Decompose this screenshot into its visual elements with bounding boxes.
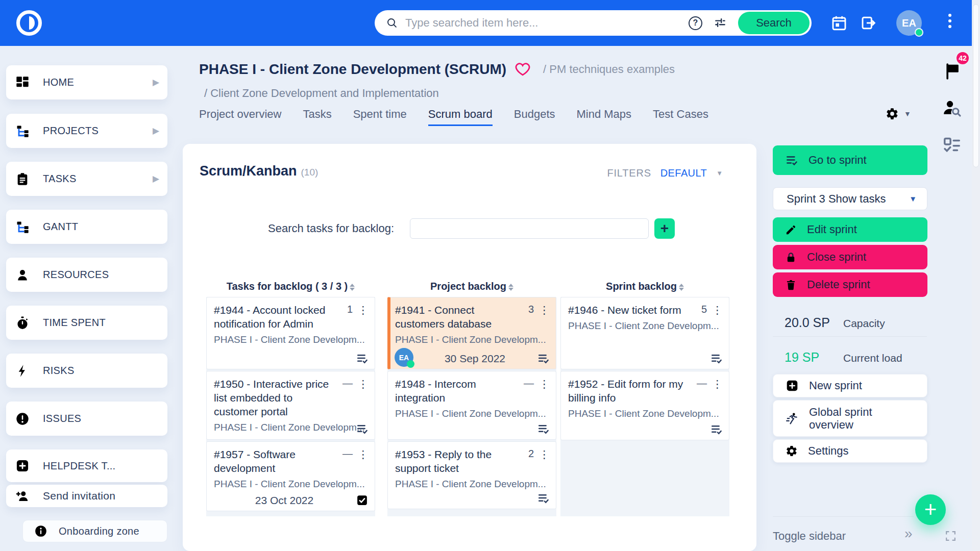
scrollbar-thumb[interactable]	[973, 4, 979, 167]
sidebar-item-resources[interactable]: RESOURCES	[6, 258, 167, 292]
tab-mind-maps[interactable]: Mind Maps	[577, 108, 632, 126]
delete-sprint-button[interactable]: Delete sprint	[773, 272, 927, 297]
sort-icon[interactable]	[679, 284, 684, 291]
search-filters-icon[interactable]	[714, 16, 727, 30]
tab-tasks[interactable]: Tasks	[303, 108, 331, 126]
subtasks-icon[interactable]	[356, 352, 369, 365]
sidebar-item-projects[interactable]: PROJECTS▶	[6, 114, 167, 148]
column-sprint-backlog: #1946 - New ticket form5⋮ PHASE I - Clie…	[560, 297, 729, 516]
logout-icon[interactable]	[861, 15, 877, 31]
add-task-button[interactable]: +	[654, 218, 675, 239]
gantt-icon	[15, 220, 30, 234]
app-logo-icon[interactable]	[15, 9, 43, 37]
new-sprint-button[interactable]: New sprint	[773, 374, 927, 397]
task-card[interactable]: #1952 - Edit form for my billing info—⋮ …	[560, 371, 729, 440]
plus-square-icon	[15, 459, 30, 473]
backlog-search-input[interactable]	[410, 218, 649, 239]
task-card[interactable]: #1953 - Reply to the support ticket2⋮ PH…	[387, 441, 556, 509]
board-count: (10)	[301, 167, 318, 178]
sidebar-item-issues[interactable]: ISSUES	[6, 402, 167, 436]
sidebar-label: RESOURCES	[43, 269, 109, 281]
sort-icon[interactable]	[508, 284, 513, 291]
column-tasks-for-backlog: #1944 - Account locked notification for …	[206, 297, 375, 516]
alert-circle-icon	[15, 412, 30, 426]
sidebar-item-gantt[interactable]: GANTT	[6, 210, 167, 244]
scrollbar-track[interactable]	[972, 0, 980, 551]
subtasks-icon[interactable]	[710, 423, 723, 436]
subtasks-icon[interactable]	[356, 422, 369, 435]
calendar-icon[interactable]	[831, 15, 847, 31]
task-title[interactable]: #1941 - Connect customers database	[395, 304, 525, 331]
task-title[interactable]: #1950 - Interactive price list embedded …	[214, 378, 339, 419]
tab-test-cases[interactable]: Test Cases	[653, 108, 708, 126]
task-title[interactable]: #1948 - Intercom integration	[395, 378, 521, 405]
toggle-sidebar-label: Toggle sidebar	[773, 530, 846, 543]
caret-down-icon[interactable]: ▼	[716, 169, 723, 177]
task-card[interactable]: #1950 - Interactive price list embedded …	[206, 371, 375, 440]
fullscreen-icon[interactable]	[944, 530, 957, 542]
help-icon[interactable]: ?	[689, 16, 702, 30]
task-menu-icon[interactable]: ⋮	[539, 304, 550, 315]
global-sprint-overview-button[interactable]: Global sprint overview	[773, 400, 927, 437]
task-menu-icon[interactable]: ⋮	[358, 448, 369, 460]
tab-spent-time[interactable]: Spent time	[353, 108, 407, 126]
global-search: ? Search	[375, 10, 812, 36]
task-title[interactable]: #1953 - Reply to the support ticket	[395, 448, 525, 475]
subtasks-icon[interactable]	[537, 492, 550, 505]
tab-scrum-board[interactable]: Scrum board	[428, 108, 493, 126]
subtasks-icon[interactable]	[710, 352, 723, 365]
sidebar-item-time-spent[interactable]: TIME SPENT	[6, 306, 167, 340]
filters-value[interactable]: DEFAULT	[660, 167, 707, 179]
task-menu-icon[interactable]: ⋮	[539, 448, 550, 460]
task-title[interactable]: #1944 - Account locked notification for …	[214, 304, 344, 331]
checklist-rail-icon[interactable]	[942, 136, 962, 155]
favorite-heart-icon[interactable]	[514, 61, 531, 78]
task-card[interactable]: #1946 - New ticket form5⋮ PHASE I - Clie…	[560, 297, 729, 369]
sidebar-item-risks[interactable]: RISKS	[6, 354, 167, 388]
sidebar-item-home[interactable]: HOME▶	[6, 65, 167, 99]
add-new-fab[interactable]: +	[915, 494, 946, 525]
subtasks-icon[interactable]	[537, 352, 550, 365]
task-card[interactable]: #1948 - Intercom integration—⋮ PHASE I -…	[387, 371, 556, 440]
task-menu-icon[interactable]: ⋮	[539, 378, 550, 389]
edit-sprint-button[interactable]: Edit sprint	[773, 217, 927, 242]
task-menu-icon[interactable]: ⋮	[712, 304, 723, 315]
sidebar-item-tasks[interactable]: TASKS▶	[6, 162, 167, 196]
more-menu-icon[interactable]	[948, 14, 951, 28]
go-to-sprint-button[interactable]: Go to sprint	[773, 145, 927, 175]
task-title[interactable]: #1952 - Edit form for my billing info	[568, 378, 694, 405]
sprint-settings-button[interactable]: Settings	[773, 439, 927, 463]
user-avatar[interactable]: EA	[896, 10, 922, 36]
task-card-highlighted[interactable]: #1941 - Connect customers database3⋮ PHA…	[387, 297, 556, 369]
sprint-select[interactable]: Sprint 3 Show tasks▼	[773, 187, 927, 210]
send-invitation-button[interactable]: Send invitation	[6, 485, 167, 507]
task-title[interactable]: #1946 - New ticket form	[568, 304, 698, 317]
done-checkbox-icon[interactable]	[356, 494, 369, 507]
tab-project-overview[interactable]: Project overview	[199, 108, 281, 126]
search-button[interactable]: Search	[738, 12, 810, 34]
sidebar-item-helpdesk[interactable]: HELPDESK T...	[6, 449, 167, 482]
tab-budgets[interactable]: Budgets	[514, 108, 555, 126]
task-card[interactable]: #1944 - Account locked notification for …	[206, 297, 375, 369]
search-input[interactable]	[398, 16, 689, 30]
assignee-avatar[interactable]: EA	[395, 348, 413, 367]
task-card[interactable]: #1957 - Software development—⋮ PHASE I -…	[206, 441, 375, 511]
task-project: PHASE I - Client Zone Developm...	[214, 479, 369, 490]
gear-icon	[786, 445, 798, 457]
breadcrumb-parent[interactable]: / PM techniques examples	[543, 63, 675, 76]
scrum-board-panel: Scrum/Kanban(10) FILTERS DEFAULT ▼ Searc…	[183, 144, 756, 551]
task-title[interactable]: #1957 - Software development	[214, 448, 339, 475]
task-menu-icon[interactable]: ⋮	[358, 378, 369, 389]
task-menu-icon[interactable]: ⋮	[358, 304, 369, 315]
sort-icon[interactable]	[350, 284, 355, 291]
task-menu-icon[interactable]: ⋮	[712, 378, 723, 389]
column-header-tasks-for-backlog: Tasks for backlog ( 3 / 3 )	[206, 281, 375, 292]
user-search-icon[interactable]	[942, 98, 962, 117]
sidebar-label: ISSUES	[43, 413, 81, 424]
close-sprint-button[interactable]: Close sprint	[773, 245, 927, 269]
onboarding-zone-button[interactable]: Onboarding zone	[22, 520, 167, 542]
tab-settings-control[interactable]: ▼	[886, 107, 911, 120]
subtasks-icon[interactable]	[537, 422, 550, 435]
breadcrumb-sub[interactable]: / Client Zone Development and Implementa…	[204, 87, 439, 100]
collapse-sidebar-icon[interactable]: »	[904, 525, 913, 542]
